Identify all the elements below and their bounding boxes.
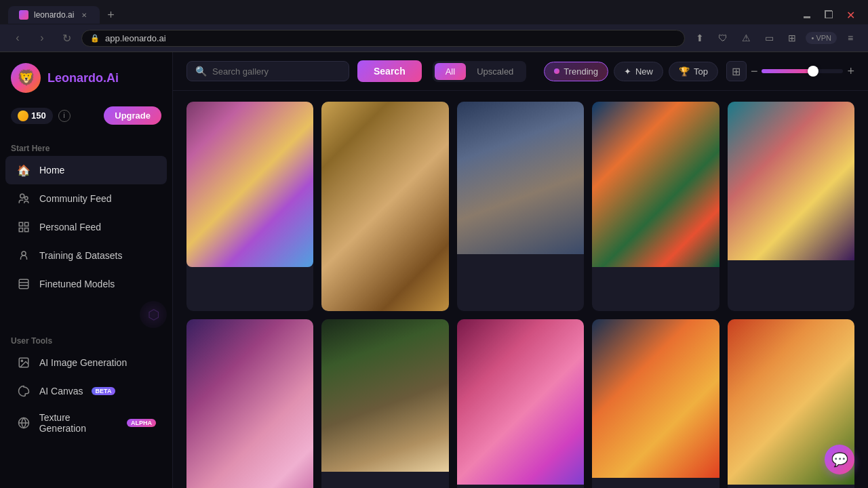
- top-bar-right: Trending ✦ New 🏆 Top ⊞ − +: [544, 61, 854, 81]
- sidebar-item-label: AI Image Generation: [39, 357, 127, 368]
- gallery-grid: ⌘ ⊘ ⤢ ⌘ ⤢ ⌘: [186, 102, 854, 488]
- zoom-slider[interactable]: [762, 69, 843, 73]
- sidebar-item-community-feed[interactable]: Community Feed: [5, 184, 167, 213]
- overlay-cmd-btn[interactable]: ⌘: [807, 325, 826, 344]
- new-tab-button[interactable]: +: [102, 7, 119, 23]
- gallery-item[interactable]: ⌘ ⊘ ⤢: [728, 102, 854, 311]
- home-icon: 🏠: [16, 163, 31, 178]
- gallery-item[interactable]: ⌘ ⊘ ⤢: [457, 319, 584, 488]
- overlay-expand-btn[interactable]: ⤢: [289, 107, 308, 126]
- tab-favicon: [19, 10, 28, 20]
- overlay-no-btn[interactable]: ⊘: [266, 107, 285, 126]
- menu-icon[interactable]: ≡: [841, 28, 860, 47]
- overlay-cmd-btn[interactable]: ⌘: [513, 325, 532, 344]
- gallery-item[interactable]: ⌘ ⤢: [321, 102, 448, 311]
- overlay-expand-btn[interactable]: ⤢: [289, 325, 308, 344]
- sidebar-item-training[interactable]: Training & Datasets: [5, 241, 167, 270]
- gallery-item[interactable]: ⌘ ⊘ ⤢: [186, 102, 313, 311]
- gallery-item[interactable]: ⌘ ⊘ ⤢: [592, 319, 719, 488]
- gallery-item[interactable]: ⌘ ⊘ ⤢: [457, 102, 584, 311]
- gallery-item[interactable]: ⌘ ⊘ ⤢: [186, 319, 313, 488]
- overlay-expand-btn[interactable]: ⤢: [695, 107, 714, 126]
- overlay-no-btn[interactable]: ⊘: [536, 325, 555, 344]
- svg-rect-4: [19, 228, 22, 232]
- back-button[interactable]: ‹: [8, 28, 27, 47]
- warning-icon[interactable]: ⚠: [736, 28, 755, 47]
- overlay-expand-btn[interactable]: ⤢: [830, 325, 849, 344]
- overlay-expand-btn[interactable]: ⤢: [830, 107, 849, 126]
- url-text: app.leonardo.ai: [105, 33, 166, 43]
- window-maximize-btn[interactable]: ⧠: [819, 5, 838, 24]
- gallery-item[interactable]: ⊘: [321, 319, 448, 488]
- zoom-minus-btn[interactable]: −: [751, 64, 758, 79]
- overlay-cmd-btn[interactable]: ⌘: [784, 107, 803, 126]
- address-bar[interactable]: 🔒 app.leonardo.ai: [81, 30, 685, 47]
- refresh-button[interactable]: ↻: [57, 28, 76, 47]
- gallery-area: ⌘ ⊘ ⤢ ⌘ ⤢ ⌘: [173, 91, 868, 488]
- sidebar-item-label: Personal Feed: [39, 222, 101, 232]
- vpn-badge: • VPN: [806, 32, 837, 44]
- logo-text: Leonardo.Ai: [47, 71, 119, 85]
- overlay-cmd-btn[interactable]: ⌘: [401, 107, 420, 126]
- grid-view-btn[interactable]: ⊞: [726, 61, 747, 81]
- info-icon[interactable]: i: [58, 110, 71, 122]
- overlay-no-btn[interactable]: ⊘: [266, 325, 285, 344]
- extensions-icon[interactable]: ⊞: [783, 28, 802, 47]
- sort-trending-btn[interactable]: Trending: [544, 62, 608, 81]
- overlay-expand-btn[interactable]: ⤢: [559, 107, 578, 126]
- sidebar-item-label: AI Canvas: [39, 386, 83, 396]
- gallery-item[interactable]: ⌘ ⊘ ⤢: [592, 102, 719, 311]
- overlay-no-btn[interactable]: ⊘: [807, 107, 826, 126]
- overlay-cmd-btn[interactable]: ⌘: [243, 107, 262, 126]
- svg-point-0: [20, 194, 24, 198]
- sidebar-item-ai-canvas[interactable]: AI Canvas BETA: [5, 377, 167, 405]
- search-button[interactable]: Search: [357, 60, 422, 82]
- forward-button[interactable]: ›: [33, 28, 52, 47]
- logo-avatar: 🦁: [11, 63, 41, 93]
- overlay-cmd-btn[interactable]: ⌘: [513, 107, 532, 126]
- overlay-expand-btn[interactable]: ⤢: [425, 107, 443, 126]
- grid-controls: ⊞ − +: [726, 61, 854, 81]
- alpha-badge: ALPHA: [127, 419, 156, 427]
- upgrade-button[interactable]: Upgrade: [104, 106, 161, 125]
- section-label-user-tools: User Tools: [0, 331, 172, 348]
- overlay-no-btn[interactable]: ⊘: [536, 107, 555, 126]
- browser-actions: ⬆ 🛡 ⚠ ▭ ⊞ • VPN ≡: [690, 28, 860, 47]
- ai-image-icon: [16, 355, 31, 370]
- overlay-expand-btn[interactable]: ⤢: [695, 325, 714, 344]
- tab-bar: leonardo.ai ✕ + 🗕 ⧠ ✕: [0, 0, 868, 24]
- active-tab[interactable]: leonardo.ai ✕: [8, 6, 100, 24]
- sidebar-item-finetuned[interactable]: Finetuned Models: [5, 270, 167, 298]
- svg-point-11: [21, 360, 22, 361]
- svg-rect-5: [25, 228, 28, 232]
- filter-upscaled-tab[interactable]: Upscaled: [466, 63, 524, 80]
- sidebar-item-personal-feed[interactable]: Personal Feed: [5, 213, 167, 241]
- sidebar-toggle-icon[interactable]: ▭: [760, 28, 778, 47]
- overlay-cmd-btn[interactable]: ⌘: [649, 107, 668, 126]
- overlay-expand-btn[interactable]: ⤢: [559, 325, 578, 344]
- overlay-no-btn[interactable]: ⊘: [672, 325, 691, 344]
- overlay-no-btn[interactable]: ⊘: [672, 107, 691, 126]
- sidebar-item-ai-image[interactable]: AI Image Generation: [5, 348, 167, 377]
- sort-new-btn[interactable]: ✦ New: [614, 62, 663, 81]
- share-icon[interactable]: ⬆: [690, 28, 709, 47]
- sidebar-item-label: Training & Datasets: [39, 250, 122, 261]
- tab-close-btn[interactable]: ✕: [79, 10, 89, 20]
- zoom-plus-btn[interactable]: +: [847, 64, 854, 79]
- sort-top-btn[interactable]: 🏆 Top: [669, 62, 718, 81]
- window-minimize-btn[interactable]: 🗕: [797, 5, 816, 24]
- svg-point-1: [25, 197, 28, 200]
- filter-all-tab[interactable]: All: [435, 63, 466, 80]
- overlay-cmd-btn[interactable]: ⌘: [649, 325, 668, 344]
- search-input[interactable]: [212, 66, 340, 77]
- chat-fab-button[interactable]: 💬: [825, 445, 854, 474]
- overlay-cmd-btn[interactable]: ⌘: [243, 325, 262, 344]
- shield-icon[interactable]: 🛡: [713, 28, 732, 47]
- sidebar-item-texture[interactable]: Texture Generation ALPHA: [5, 405, 167, 441]
- window-close-btn[interactable]: ✕: [841, 5, 860, 24]
- credits-value: 150: [31, 110, 46, 121]
- overlay-no-btn[interactable]: ⊘: [425, 325, 443, 344]
- sidebar-item-home[interactable]: 🏠 Home: [5, 156, 167, 184]
- section-label-start: Start Here: [0, 138, 172, 156]
- top-label: Top: [694, 66, 708, 77]
